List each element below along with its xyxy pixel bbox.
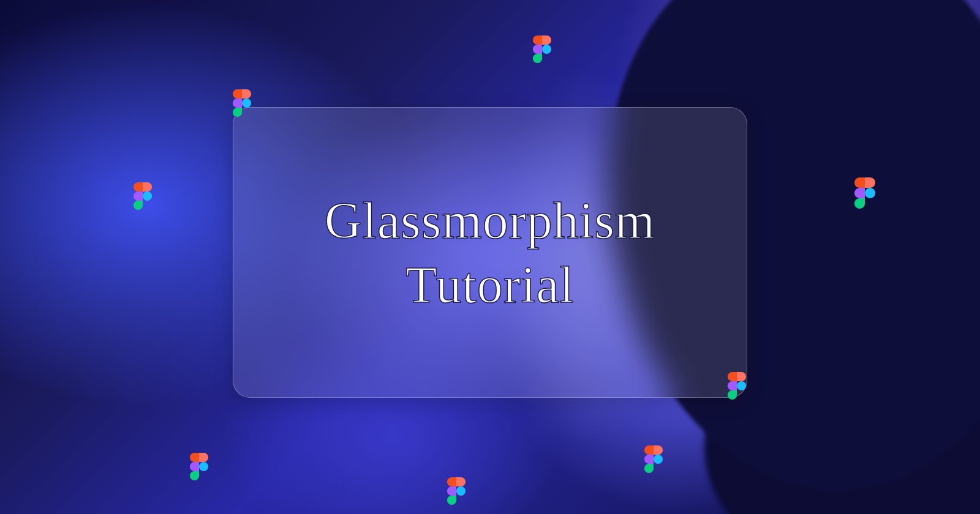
figma-icon: [644, 445, 663, 473]
figma-icon: [190, 453, 208, 480]
glass-card: Glassmorphism Tutorial: [233, 107, 747, 398]
figma-icon: [533, 35, 551, 63]
figma-icon: [447, 477, 466, 505]
figma-icon: [728, 372, 746, 400]
figma-icon: [233, 89, 251, 117]
figma-icon: [134, 182, 152, 210]
title-line-1: Glassmorphism: [325, 192, 655, 249]
figma-icon: [854, 177, 875, 209]
title-line-2: Tutorial: [405, 256, 575, 313]
card-title: Glassmorphism Tutorial: [325, 188, 655, 317]
